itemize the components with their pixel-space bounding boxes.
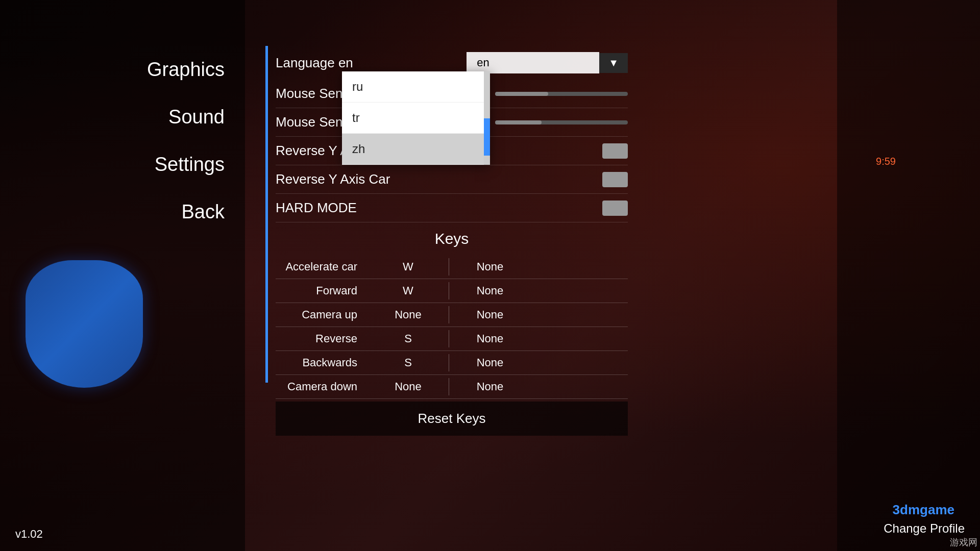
language-dropdown-button[interactable]: ▼ (599, 53, 628, 73)
key-label-accelerate-car: Accelerate car (276, 260, 368, 273)
clock: 9:59 (876, 156, 896, 167)
dropdown-option-zh[interactable]: zh (342, 134, 490, 165)
key-row-reverse: Reverse S None (276, 327, 628, 351)
mouse-sensitivity-slider[interactable] (495, 92, 628, 96)
guitar-decoration (10, 245, 184, 398)
sidebar: Graphics Sound Settings Back (82, 46, 235, 236)
key-secondary-camera-up[interactable]: None (449, 306, 531, 323)
sidebar-item-back[interactable]: Back (82, 188, 235, 236)
key-primary-forward[interactable]: W (368, 282, 449, 299)
key-secondary-accelerate-car[interactable]: None (449, 258, 531, 276)
reverse-y-axis-car-label: Reverse Y Axis Car (276, 171, 390, 187)
reverse-y-axis-car-control (602, 172, 628, 187)
hard-mode-row: HARD MODE (276, 194, 628, 222)
vertical-divider (265, 46, 268, 383)
key-row-camera-up: Camera up None None (276, 303, 628, 327)
key-primary-camera-down[interactable]: None (368, 378, 449, 395)
key-secondary-reverse[interactable]: None (449, 330, 531, 347)
key-label-camera-down: Camera down (276, 380, 368, 393)
change-profile-text[interactable]: Change Profile (884, 521, 965, 536)
key-secondary-forward[interactable]: None (449, 282, 531, 299)
reverse-y-axis-car-toggle[interactable] (602, 172, 628, 187)
key-primary-camera-up[interactable]: None (368, 306, 449, 323)
key-row-camera-down: Camera down None None (276, 375, 628, 399)
chevron-down-icon: ▼ (608, 57, 619, 69)
main-panel: Language en en ▼ ru tr zh (276, 46, 628, 505)
key-primary-backwards[interactable]: S (368, 354, 449, 371)
watermark-text: 游戏网 (950, 536, 977, 548)
dropdown-option-ru[interactable]: ru (342, 71, 490, 103)
sidebar-item-settings[interactable]: Settings (82, 141, 235, 188)
hard-mode-toggle[interactable] (602, 201, 628, 216)
language-label: Language en (276, 55, 353, 71)
key-label-forward: Forward (276, 284, 368, 297)
language-value-box[interactable]: en (467, 52, 599, 73)
brand-text: 3dmgame (893, 502, 954, 518)
bg-panel-right (837, 0, 980, 551)
dropdown-scrollbar[interactable] (484, 71, 490, 165)
key-row-accelerate-car: Accelerate car W None (276, 255, 628, 279)
reverse-y-axis-car-row: Reverse Y Axis Car (276, 165, 628, 194)
key-secondary-camera-down[interactable]: None (449, 378, 531, 395)
version-text: v1.02 (15, 528, 43, 541)
language-row: Language en en ▼ ru tr zh (276, 46, 628, 80)
key-secondary-backwards[interactable]: None (449, 354, 531, 371)
key-bindings-list: Accelerate car W None Forward W None Cam… (276, 255, 628, 399)
hard-mode-label: HARD MODE (276, 200, 357, 216)
mouse-sensitivity-car-control (495, 120, 628, 124)
key-row-forward: Forward W None (276, 279, 628, 303)
key-primary-reverse[interactable]: S (368, 330, 449, 347)
reverse-y-axis-control (602, 143, 628, 159)
language-current-value: en (477, 56, 489, 69)
language-dropdown: en ▼ (467, 52, 628, 73)
language-dropdown-popup: ru tr zh (342, 71, 490, 165)
reverse-y-axis-toggle[interactable] (602, 143, 628, 159)
sidebar-item-sound[interactable]: Sound (82, 93, 235, 141)
sidebar-item-graphics[interactable]: Graphics (82, 46, 235, 93)
key-label-reverse: Reverse (276, 332, 368, 345)
hard-mode-control (602, 201, 628, 216)
key-row-backwards: Backwards S None (276, 351, 628, 375)
settings-scroll-area: Language en en ▼ ru tr zh (276, 46, 628, 505)
key-label-backwards: Backwards (276, 356, 368, 369)
dropdown-scrollbar-thumb (484, 118, 490, 156)
mouse-sensitivity-control (495, 92, 628, 96)
slider-fill-car (495, 120, 542, 124)
keys-header: Keys (276, 222, 628, 255)
dropdown-option-tr[interactable]: tr (342, 103, 490, 134)
settings-container: Language en en ▼ ru tr zh (276, 46, 628, 436)
slider-fill (495, 92, 548, 96)
key-primary-accelerate-car[interactable]: W (368, 258, 449, 276)
mouse-sensitivity-car-slider[interactable] (495, 120, 628, 124)
key-label-camera-up: Camera up (276, 308, 368, 321)
reset-keys-button[interactable]: Reset Keys (276, 402, 628, 436)
